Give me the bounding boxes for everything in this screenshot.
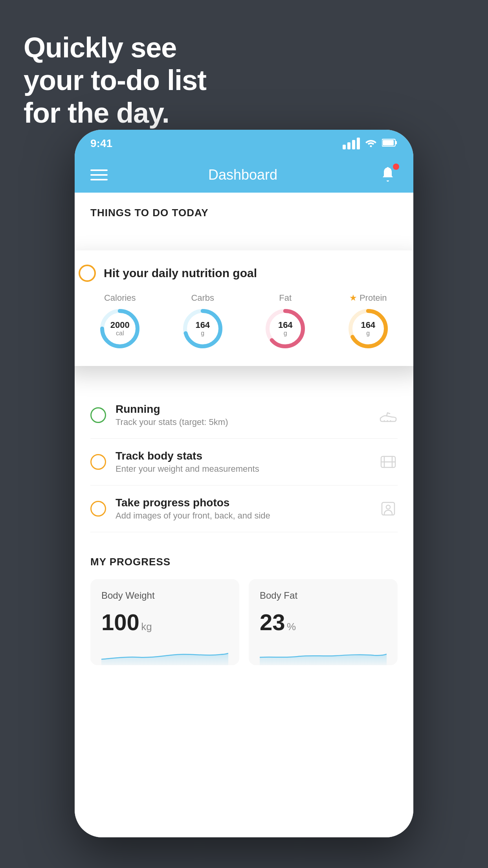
notification-dot [393,164,399,170]
battery-icon [382,138,398,150]
nutrition-protein: ★ Protein 164 g [347,293,390,350]
body-weight-unit: kg [141,621,152,633]
nutrition-card: Hit your daily nutrition goal Calories 2 [75,250,413,366]
body-fat-card: Body Fat 23 % [249,579,398,665]
content-area: THINGS TO DO TODAY Hit your daily nutrit… [75,193,413,837]
bodystats-title: Track body stats [116,450,369,462]
notification-button[interactable] [378,165,398,185]
body-fat-chart [260,642,387,665]
bodystats-check[interactable] [90,454,106,470]
hero-line3: for the day. [24,97,206,129]
carbs-ring: 164 g [181,307,224,350]
fat-ring: 164 g [264,307,307,350]
nutrition-carbs: Carbs 164 g [181,293,224,350]
phone-shell: 9:41 [75,130,413,837]
photos-check[interactable] [90,501,106,517]
nutrition-fat: Fat 164 g [264,293,307,350]
svg-point-0 [370,145,372,147]
nutrition-calories: Calories 2000 cal [98,293,141,350]
todo-item-photos[interactable]: Take progress photos Add images of your … [90,485,398,532]
body-weight-value-row: 100 kg [101,609,228,635]
wifi-icon [365,138,377,150]
hero-line2: your to-do list [24,64,206,97]
photos-text: Take progress photos Add images of your … [116,497,369,521]
hero-line1: Quickly see [24,31,206,64]
body-fat-unit: % [287,621,296,633]
status-time: 9:41 [90,137,112,150]
calories-ring: 2000 cal [98,307,141,350]
todo-item-running[interactable]: Running Track your stats (target: 5km) [90,392,398,439]
scale-icon [379,452,398,471]
svg-rect-2 [395,141,397,144]
nutrition-circles: Calories 2000 cal [79,293,409,350]
body-weight-value: 100 [101,609,139,635]
photos-subtitle: Add images of your front, back, and side [116,511,369,521]
running-text: Running Track your stats (target: 5km) [116,403,369,427]
nutrition-card-title: Hit your daily nutrition goal [104,267,257,280]
status-bar: 9:41 [75,130,413,157]
svg-rect-3 [383,140,394,145]
progress-section: MY PROGRESS Body Weight 100 kg [75,540,413,677]
calories-label: Calories [104,293,136,303]
photos-title: Take progress photos [116,497,369,509]
nutrition-check-circle[interactable] [79,265,96,282]
signal-icon [343,138,360,149]
things-today-header: THINGS TO DO TODAY [75,193,413,227]
shoe-icon [379,406,398,425]
nav-bar: Dashboard [75,157,413,193]
running-title: Running [116,403,369,416]
svg-point-17 [386,505,390,509]
body-weight-label: Body Weight [101,590,228,601]
body-weight-chart [101,642,228,665]
star-icon: ★ [349,293,357,303]
protein-ring: 164 g [347,307,390,350]
protein-label: ★ Protein [349,293,387,303]
status-icons [343,138,398,150]
body-fat-value-row: 23 % [260,609,387,635]
bodystats-subtitle: Enter your weight and measurements [116,464,369,474]
hero-text: Quickly see your to-do list for the day. [24,31,206,129]
body-weight-card: Body Weight 100 kg [90,579,239,665]
progress-cards: Body Weight 100 kg [90,579,398,665]
running-subtitle: Track your stats (target: 5km) [116,417,369,427]
carbs-label: Carbs [191,293,214,303]
menu-button[interactable] [90,169,108,180]
todo-list: Running Track your stats (target: 5km) [75,392,413,532]
body-fat-value: 23 [260,609,285,635]
running-check[interactable] [90,407,106,423]
todo-item-body-stats[interactable]: Track body stats Enter your weight and m… [90,439,398,485]
nav-title: Dashboard [208,167,277,183]
person-icon [379,499,398,518]
bodystats-text: Track body stats Enter your weight and m… [116,450,369,474]
fat-label: Fat [279,293,292,303]
body-fat-label: Body Fat [260,590,387,601]
progress-title: MY PROGRESS [90,556,398,568]
